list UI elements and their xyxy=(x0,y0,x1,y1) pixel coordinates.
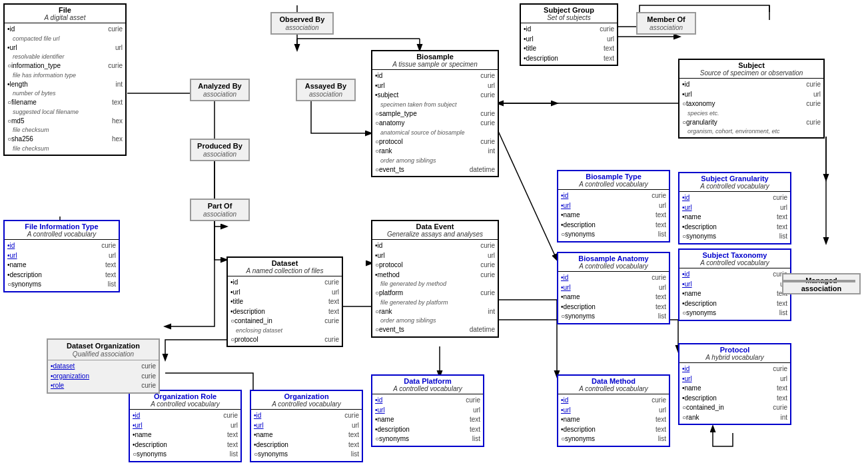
subject-fields: •idcurie •urlurl ○taxonomycurie species … xyxy=(679,79,823,137)
file-title: File xyxy=(5,5,125,14)
biosample-box: Biosample A tissue sample or specimen •i… xyxy=(371,50,499,177)
file-info-type-box: File Information Type A controlled vocab… xyxy=(3,220,120,292)
subject-box: Subject Source of specimen or observatio… xyxy=(678,59,825,139)
observed-by-title: Observed By xyxy=(272,13,332,24)
dataset-fields: •idcurie •urlurl •titletext •description… xyxy=(228,276,342,346)
member-of-title: Member Of xyxy=(638,13,695,24)
subject-title: Subject xyxy=(679,60,823,69)
data-method-fields: •idcurie •urlurl •nametext •descriptiont… xyxy=(558,394,669,446)
dataset-org-box: Dataset Organization Qualified associati… xyxy=(47,338,160,394)
subject-group-fields: •idcurie •urlurl •titletext •description… xyxy=(521,23,617,65)
subject-group-subtitle: Set of subjects xyxy=(521,14,617,23)
data-method-box: Data Method A controlled vocabulary •idc… xyxy=(557,374,670,447)
data-event-subtitle: Generalize assays and analyses xyxy=(372,231,498,239)
org-role-fields: •idcurie •urlurl •nametext •descriptiont… xyxy=(130,410,240,461)
diagram-container: File A digital asset •idcurie compacted … xyxy=(0,0,868,467)
assayed-by-box: Assayed By association xyxy=(296,79,356,101)
data-method-subtitle: A controlled vocabulary xyxy=(558,385,669,394)
org-title: Organization xyxy=(251,391,362,400)
assayed-by-subtitle: association xyxy=(297,91,354,100)
managed-association-box: Managed association xyxy=(782,273,861,294)
biosample-type-box: Biosample Type A controlled vocabulary •… xyxy=(557,170,670,242)
assayed-by-title: Assayed By xyxy=(297,80,354,91)
org-fields: •idcurie •urlurl •nametext •descriptiont… xyxy=(251,410,362,461)
biosample-anatomy-title: Biosample Anatomy xyxy=(558,253,669,262)
file-info-type-fields: •idcurie •urlurl •nametext •descriptiont… xyxy=(5,240,119,291)
data-event-fields: •idcurie •urlurl ○protocolcurie •methodc… xyxy=(372,240,498,336)
subject-taxonomy-fields: •idcurie •urlurl •nametext •descriptiont… xyxy=(679,268,790,320)
dataset-org-subtitle: Qualified association xyxy=(48,350,159,360)
analyzed-by-title: Analyzed By xyxy=(191,80,248,91)
organization-box: Organization A controlled vocabulary •id… xyxy=(250,390,363,462)
subject-subtitle: Source of specimen or observation xyxy=(679,69,823,78)
file-subtitle: A digital asset xyxy=(5,14,125,23)
subject-granularity-fields: •idcurie •urlurl •nametext •descriptiont… xyxy=(679,192,790,243)
member-of-subtitle: association xyxy=(638,24,695,33)
data-event-box: Data Event Generalize assays and analyse… xyxy=(371,220,499,338)
part-of-title: Part Of xyxy=(191,200,248,211)
managed-assoc-title: Managed association xyxy=(783,274,859,293)
managed-with-box xyxy=(782,280,855,282)
produced-by-subtitle: association xyxy=(191,151,248,160)
organization-role-box: Organization Role A controlled vocabular… xyxy=(129,390,242,462)
subject-taxonomy-title: Subject Taxonomy xyxy=(679,250,790,259)
subject-group-box: Subject Group Set of subjects •idcurie •… xyxy=(520,3,618,66)
file-info-type-subtitle: A controlled vocabulary xyxy=(5,231,119,239)
data-platform-title: Data Platform xyxy=(372,376,483,385)
dataset-org-title: Dataset Organization xyxy=(48,340,159,350)
protocol-subtitle: A hybrid vocabulary xyxy=(679,354,790,362)
biosample-type-title: Biosample Type xyxy=(558,171,669,181)
org-role-subtitle: A controlled vocabulary xyxy=(130,400,240,409)
biosample-anatomy-box: Biosample Anatomy A controlled vocabular… xyxy=(557,252,670,324)
dataset-title: Dataset xyxy=(228,258,342,267)
subject-granularity-box: Subject Granularity A controlled vocabul… xyxy=(678,172,791,244)
protocol-box: Protocol A hybrid vocabulary •idcurie •u… xyxy=(678,343,791,425)
observed-by-subtitle: association xyxy=(272,24,332,33)
biosample-anatomy-subtitle: A controlled vocabulary xyxy=(558,262,669,271)
part-of-box: Part Of association xyxy=(190,199,250,221)
biosample-subtitle: A tissue sample or specimen xyxy=(372,61,498,69)
subject-taxonomy-subtitle: A controlled vocabulary xyxy=(679,259,790,268)
subject-taxonomy-box: Subject Taxonomy A controlled vocabulary… xyxy=(678,248,791,321)
subject-group-title: Subject Group xyxy=(521,5,617,14)
produced-by-title: Produced By xyxy=(191,140,248,151)
member-of-box: Member Of association xyxy=(636,12,696,35)
part-of-subtitle: association xyxy=(191,211,248,220)
file-fields: •idcurie compacted file url •urlurl reso… xyxy=(5,23,125,155)
subject-granularity-subtitle: A controlled vocabulary xyxy=(679,183,790,191)
observed-by-box: Observed By association xyxy=(270,12,334,35)
data-platform-box: Data Platform A controlled vocabulary •i… xyxy=(371,374,484,447)
data-method-title: Data Method xyxy=(558,376,669,385)
biosample-type-subtitle: A controlled vocabulary xyxy=(558,181,669,189)
org-subtitle: A controlled vocabulary xyxy=(251,400,362,409)
biosample-anatomy-fields: •idcurie •urlurl •nametext •descriptiont… xyxy=(558,272,669,323)
file-info-type-title: File Information Type xyxy=(5,221,119,231)
biosample-fields: •idcurie •urlurl •subjectcurie specimen … xyxy=(372,70,498,176)
biosample-type-fields: •idcurie •urlurl •nametext •descriptiont… xyxy=(558,190,669,241)
file-box: File A digital asset •idcurie compacted … xyxy=(3,3,127,156)
data-platform-fields: •idcurie •urlurl •nametext •descriptiont… xyxy=(372,394,483,446)
protocol-fields: •idcurie •urlurl •nametext •descriptiont… xyxy=(679,363,790,424)
dataset-box: Dataset A named collection of files •idc… xyxy=(226,256,343,347)
dataset-org-fields: •datasetcurie •organizationcurie •rolecu… xyxy=(48,360,159,392)
subject-granularity-title: Subject Granularity xyxy=(679,173,790,183)
analyzed-by-box: Analyzed By association xyxy=(190,79,250,101)
biosample-title: Biosample xyxy=(372,51,498,61)
protocol-title: Protocol xyxy=(679,344,790,354)
analyzed-by-subtitle: association xyxy=(191,91,248,100)
data-platform-subtitle: A controlled vocabulary xyxy=(372,385,483,394)
data-event-title: Data Event xyxy=(372,221,498,231)
produced-by-box: Produced By association xyxy=(190,139,250,161)
dataset-subtitle: A named collection of files xyxy=(228,267,342,276)
